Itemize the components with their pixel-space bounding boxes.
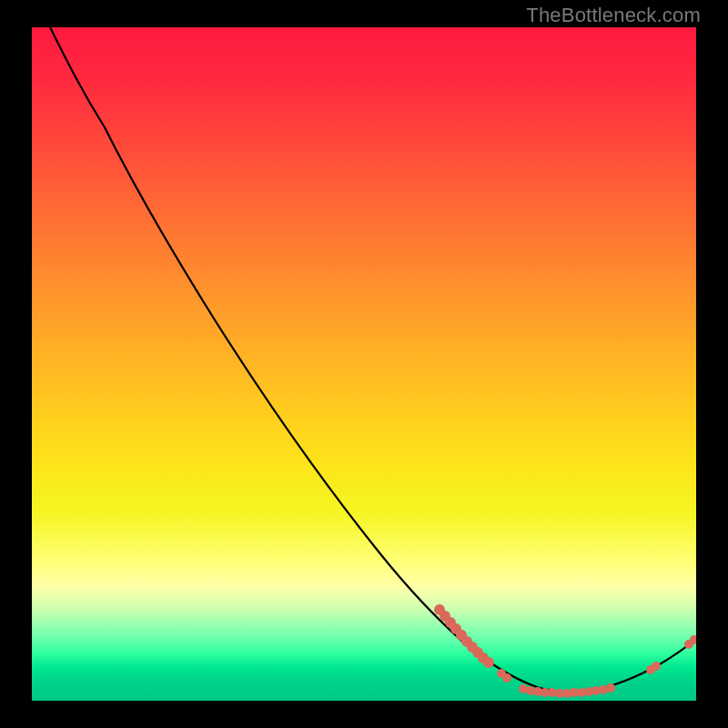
svg-point-9 [483,657,494,668]
svg-point-11 [502,673,511,682]
svg-point-24 [606,683,615,693]
chart-container: TheBottleneck.com [0,0,728,728]
svg-point-26 [652,662,661,671]
scatter-points [434,604,696,698]
bottleneck-curve [50,27,696,693]
watermark-text: TheBottleneck.com [526,4,701,27]
curve-layer [32,27,696,701]
